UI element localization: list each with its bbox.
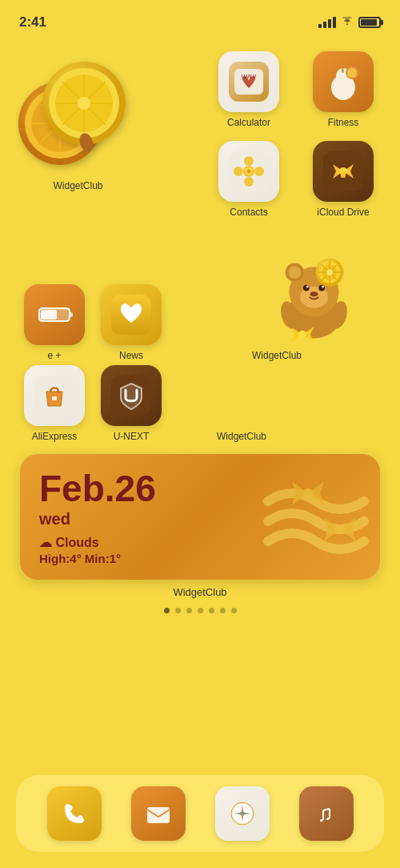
top-app-grid: I LUV U Calculator Fitness <box>208 51 384 218</box>
contacts-label: Contacts <box>230 207 267 218</box>
signal-icon <box>318 17 336 28</box>
calculator-label: Calculator <box>227 117 270 128</box>
aliexpress-label: AliExpress <box>32 431 78 442</box>
svg-rect-67 <box>147 807 170 823</box>
news-label: News <box>119 350 143 361</box>
dock-phone[interactable] <box>47 786 102 841</box>
svg-point-58 <box>326 269 333 275</box>
widgetclub-citrus-widget[interactable]: WidgetClub <box>16 51 140 191</box>
page-dot-4[interactable] <box>209 608 214 613</box>
icloud-app[interactable]: iCloud Drive <box>302 141 384 218</box>
widget-date-label: WidgetClub <box>0 586 400 598</box>
aliexpress-app[interactable]: AliExpress <box>24 365 85 442</box>
svg-point-46 <box>303 285 310 291</box>
news-icon <box>101 284 162 345</box>
unext-icon <box>101 365 162 426</box>
news-app[interactable]: News <box>101 284 162 361</box>
svg-point-27 <box>244 177 254 187</box>
mail-icon <box>131 786 186 841</box>
eplus-icon <box>24 284 85 345</box>
citrus-decoration <box>16 51 140 175</box>
svg-rect-37 <box>70 312 73 317</box>
icloud-label: iCloud Drive <box>317 207 369 218</box>
wifi-icon <box>341 16 354 29</box>
svg-text:I LUV U: I LUV U <box>242 74 256 78</box>
fitness-icon <box>313 51 374 112</box>
page-dot-0[interactable] <box>164 608 170 613</box>
page-dot-1[interactable] <box>175 608 181 613</box>
svg-point-49 <box>322 286 324 288</box>
fitness-app[interactable]: Fitness <box>302 51 384 128</box>
svg-point-50 <box>310 291 318 296</box>
contacts-icon <box>218 141 279 202</box>
widgetclub-bot-label: WidgetClub <box>178 431 306 442</box>
calculator-app[interactable]: I LUV U Calculator <box>208 51 290 128</box>
status-time: 2:41 <box>19 14 46 30</box>
svg-point-28 <box>234 167 243 176</box>
widgetclub-bot-spacer: WidgetClub <box>178 428 376 442</box>
calculator-icon: I LUV U <box>218 51 279 112</box>
top-section: WidgetClub I LUV U Calculator <box>0 43 400 218</box>
date-weather: ☁ Clouds <box>39 535 361 550</box>
svg-point-42 <box>289 266 302 279</box>
svg-point-15 <box>78 97 90 110</box>
eplus-app[interactable]: e + <box>24 284 85 361</box>
svg-point-70 <box>241 812 244 815</box>
eplus-label: e + <box>47 350 61 361</box>
svg-line-73 <box>323 809 330 810</box>
page-dot-5[interactable] <box>220 608 226 613</box>
safari-icon <box>215 786 270 841</box>
music-icon <box>299 786 354 841</box>
battery-icon <box>358 17 381 28</box>
dock-mail[interactable] <box>131 786 186 841</box>
phone-icon <box>47 786 102 841</box>
svg-rect-36 <box>41 310 57 319</box>
svg-rect-21 <box>342 68 344 73</box>
bear-mascot-widget: WidgetClub <box>178 226 376 361</box>
unext-app[interactable]: U-NEXT <box>101 365 162 442</box>
svg-rect-63 <box>52 396 57 400</box>
middle-row-1: e + News <box>0 218 400 361</box>
status-bar: 2:41 <box>0 0 400 35</box>
dock-safari[interactable] <box>215 786 270 841</box>
widgetclub-label: WidgetClub <box>53 180 102 191</box>
date-text: Feb.26 <box>39 470 361 507</box>
widgetclub-mascot-label: WidgetClub <box>178 350 376 361</box>
svg-point-29 <box>254 167 264 176</box>
bear-mascot <box>252 226 376 350</box>
svg-point-31 <box>247 170 251 174</box>
svg-point-47 <box>318 285 325 291</box>
middle-row-2: AliExpress U-NEXT WidgetClub <box>0 365 400 442</box>
dock-music[interactable] <box>299 786 354 841</box>
date-widget: Feb.26 wed ☁ Clouds High:4° Min:1° <box>20 454 380 580</box>
weather-text: Clouds <box>55 536 98 549</box>
contacts-app[interactable]: Contacts <box>208 141 290 218</box>
date-day: wed <box>39 510 361 528</box>
aliexpress-icon <box>24 365 85 426</box>
svg-point-26 <box>244 156 254 166</box>
page-dot-2[interactable] <box>186 608 192 613</box>
svg-point-59 <box>298 331 306 339</box>
svg-point-23 <box>347 68 357 78</box>
unext-label: U-NEXT <box>114 431 150 442</box>
page-dot-3[interactable] <box>198 608 203 613</box>
icloud-icon <box>313 141 374 202</box>
svg-point-48 <box>306 286 309 288</box>
date-temp: High:4° Min:1° <box>39 552 361 565</box>
dock <box>16 775 384 852</box>
svg-rect-34 <box>341 171 346 178</box>
page-dot-6[interactable] <box>231 608 237 613</box>
cloud-icon: ☁ <box>39 536 52 549</box>
status-icons <box>318 16 381 29</box>
fitness-label: Fitness <box>328 117 359 128</box>
page-dots <box>0 608 400 613</box>
